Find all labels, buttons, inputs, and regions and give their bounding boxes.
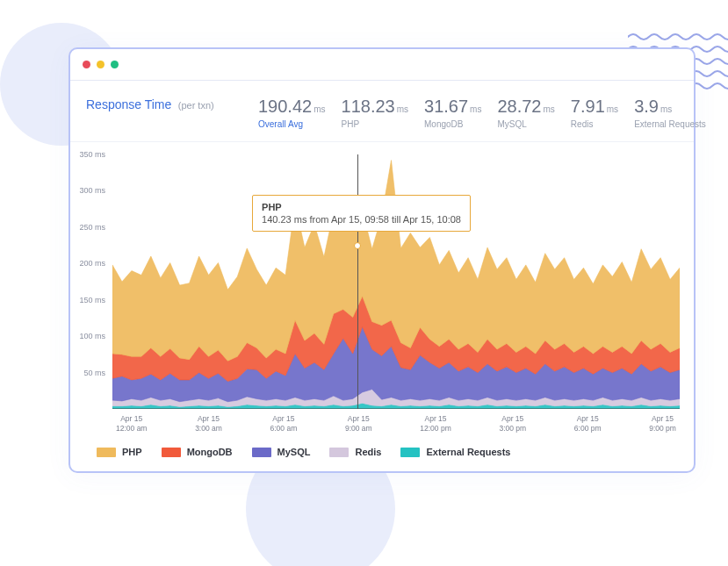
metric-label: Redis <box>571 119 618 129</box>
metrics-card: Response Time (per txn) 190.42msOverall … <box>70 81 694 142</box>
x-tick-label: Apr 159:00 pm <box>649 414 676 433</box>
legend-item-mysql[interactable]: MySQL <box>252 447 311 457</box>
chart-cursor-line <box>357 154 358 409</box>
metric-redis: 7.91msRedis <box>571 97 618 129</box>
metric-label: PHP <box>342 119 409 129</box>
tooltip-body: 140.23 ms from Apr 15, 09:58 till Apr 15… <box>262 214 461 225</box>
legend-swatch <box>400 448 420 457</box>
metric-label: MySQL <box>497 119 554 129</box>
card-title: Response Time (per txn) <box>86 97 242 112</box>
window-zoom-icon[interactable] <box>111 61 119 68</box>
metric-value: 28.72 <box>497 97 541 116</box>
chart-area[interactable]: 350 ms300 ms250 ms200 ms150 ms100 ms50 m… <box>70 142 694 436</box>
metric-label: MongoDB <box>424 119 481 129</box>
metric-unit: ms <box>660 104 672 114</box>
x-tick-label: Apr 156:00 pm <box>574 414 602 433</box>
x-tick-label: Apr 156:00 am <box>270 414 298 433</box>
metric-unit: ms <box>470 104 481 114</box>
metric-unit: ms <box>544 104 555 114</box>
y-tick-label: 50 ms <box>83 369 105 377</box>
metric-unit: ms <box>607 104 618 114</box>
chart-plot[interactable]: PHP 140.23 ms from Apr 15, 09:58 till Ap… <box>112 154 680 409</box>
window-titlebar <box>70 49 694 81</box>
y-tick-label: 250 ms <box>79 223 105 232</box>
metric-label: External Requests <box>634 119 706 129</box>
metric-mysql: 28.72msMySQL <box>497 97 554 129</box>
card-title-main: Response Time <box>86 97 171 111</box>
y-tick-label: 300 ms <box>79 186 105 195</box>
tooltip-marker-icon <box>354 242 361 249</box>
legend-item-redis[interactable]: Redis <box>329 447 381 457</box>
y-tick-label: 150 ms <box>79 296 105 304</box>
legend-swatch <box>252 448 271 457</box>
chart-legend: PHPMongoDBMySQLRedisExternal Requests <box>70 436 694 471</box>
y-tick-label: 350 ms <box>79 150 105 159</box>
legend-label: MySQL <box>278 447 311 457</box>
metric-value: 118.23 <box>342 97 395 116</box>
y-axis-labels: 350 ms300 ms250 ms200 ms150 ms100 ms50 m… <box>74 154 109 409</box>
metrics-row: Response Time (per txn) 190.42msOverall … <box>86 97 678 129</box>
x-tick-label: Apr 153:00 pm <box>499 414 526 433</box>
legend-swatch <box>329 448 349 457</box>
metric-value: 7.91 <box>571 97 605 116</box>
metric-unit: ms <box>397 104 408 114</box>
legend-item-external-requests[interactable]: External Requests <box>400 447 510 457</box>
metric-mongodb: 31.67msMongoDB <box>424 97 481 129</box>
metric-php: 118.23msPHP <box>342 97 409 129</box>
legend-item-mongodb[interactable]: MongoDB <box>162 447 233 457</box>
x-tick-label: Apr 153:00 am <box>195 414 222 433</box>
window-close-icon[interactable] <box>83 61 90 68</box>
legend-swatch <box>97 448 116 457</box>
x-axis-labels: Apr 1512:00 amApr 153:00 amApr 156:00 am… <box>112 414 680 433</box>
x-tick-label: Apr 1512:00 pm <box>420 414 450 433</box>
metric-unit: ms <box>314 104 325 114</box>
metric-label: Overall Avg <box>258 119 326 129</box>
metric-value: 190.42 <box>258 97 312 116</box>
legend-label: External Requests <box>426 447 510 457</box>
metric-external-requests: 3.9msExternal Requests <box>634 97 706 129</box>
x-tick-label: Apr 1512:00 am <box>116 414 147 433</box>
metric-value: 3.9 <box>634 97 659 116</box>
y-tick-label: 100 ms <box>79 332 105 340</box>
chart-svg <box>112 154 680 409</box>
tooltip-title: PHP <box>262 202 461 212</box>
legend-item-php[interactable]: PHP <box>97 447 142 457</box>
metric-value: 31.67 <box>424 97 468 116</box>
legend-swatch <box>162 448 181 457</box>
y-tick-label: 200 ms <box>79 259 105 268</box>
metric-overall-avg: 190.42msOverall Avg <box>258 97 326 129</box>
card-title-sub: (per txn) <box>178 100 214 111</box>
legend-label: MongoDB <box>187 447 233 457</box>
window-minimize-icon[interactable] <box>97 61 105 68</box>
x-tick-label: Apr 159:00 am <box>345 414 372 433</box>
chart-tooltip: PHP 140.23 ms from Apr 15, 09:58 till Ap… <box>252 195 471 232</box>
app-window: Response Time (per txn) 190.42msOverall … <box>68 47 696 473</box>
legend-label: Redis <box>355 447 381 457</box>
legend-label: PHP <box>122 447 142 457</box>
